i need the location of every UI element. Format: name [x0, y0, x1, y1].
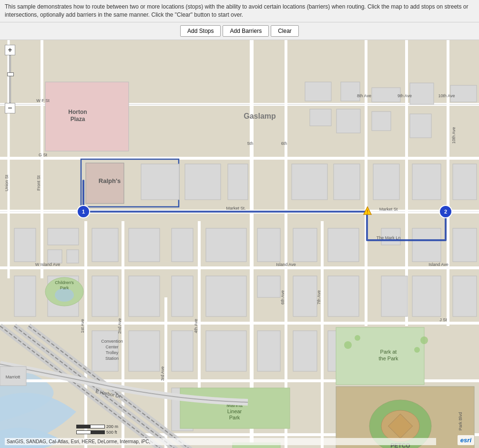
svg-text:Gaslamp: Gaslamp	[244, 112, 276, 120]
svg-text:Linear: Linear	[227, 408, 242, 414]
svg-text:9th Ave: 9th Ave	[397, 93, 412, 98]
svg-rect-47	[48, 250, 62, 263]
clear-button[interactable]: Clear	[271, 25, 299, 37]
svg-text:Park at: Park at	[380, 349, 397, 355]
svg-rect-48	[67, 250, 79, 263]
svg-text:Trolley: Trolley	[106, 350, 119, 355]
add-stops-button[interactable]: Add Stops	[180, 25, 221, 37]
svg-rect-55	[328, 228, 359, 262]
svg-text:1: 1	[82, 209, 85, 214]
svg-rect-35	[372, 112, 391, 131]
svg-rect-61	[92, 276, 118, 316]
svg-rect-54	[293, 228, 317, 262]
svg-rect-39	[228, 164, 248, 200]
svg-text:J St: J St	[439, 317, 447, 322]
svg-point-85	[344, 341, 352, 349]
svg-text:6th: 6th	[281, 141, 287, 146]
zoom-slider-thumb[interactable]	[7, 72, 14, 76]
svg-text:Children's: Children's	[55, 280, 74, 285]
svg-rect-58	[453, 228, 477, 262]
svg-rect-44	[453, 164, 477, 200]
svg-rect-40	[292, 164, 327, 200]
svg-rect-50	[129, 228, 160, 262]
svg-text:Front St: Front St	[36, 175, 41, 191]
svg-rect-28	[305, 82, 331, 101]
svg-text:Horton: Horton	[68, 109, 87, 115]
svg-text:10th Ave: 10th Ave	[438, 93, 455, 98]
svg-rect-79	[257, 331, 280, 371]
info-bar: This sample demonstrates how to route be…	[0, 0, 479, 22]
svg-text:the Park: the Park	[379, 356, 398, 361]
svg-rect-31	[336, 109, 360, 133]
svg-text:2: 2	[444, 209, 447, 214]
map-attribution: SanGIS, SANDAG, Cal-Atlas, Esri, HERE, D…	[5, 438, 436, 445]
zoom-in-button[interactable]: +	[5, 45, 15, 55]
svg-rect-32	[372, 88, 400, 102]
svg-rect-30	[310, 109, 331, 126]
info-text: This sample demonstrates how to route be…	[5, 3, 468, 18]
zoom-slider-track	[9, 55, 11, 103]
svg-rect-77	[172, 331, 193, 371]
zoom-out-button[interactable]: −	[5, 103, 15, 113]
svg-rect-68	[381, 276, 408, 316]
svg-text:W Island Ave: W Island Ave	[35, 262, 60, 267]
svg-rect-46	[48, 228, 79, 245]
svg-text:Plaza: Plaza	[71, 116, 85, 122]
toolbar: Add Stops Add Barriers Clear	[0, 22, 479, 40]
svg-text:Center: Center	[105, 345, 118, 349]
add-barriers-button[interactable]: Add Barriers	[223, 25, 269, 37]
svg-rect-52	[206, 228, 246, 262]
svg-rect-65	[257, 276, 280, 297]
svg-rect-80	[293, 331, 317, 371]
svg-rect-51	[172, 228, 193, 262]
svg-text:3rd Ave: 3rd Ave	[160, 366, 165, 380]
svg-rect-64	[206, 276, 246, 316]
svg-text:!: !	[367, 209, 368, 214]
svg-rect-38	[185, 164, 221, 200]
svg-rect-22	[45, 82, 129, 151]
svg-rect-57	[412, 228, 441, 262]
svg-rect-49	[92, 228, 118, 262]
svg-rect-67	[328, 276, 359, 316]
svg-text:5th: 5th	[247, 141, 254, 146]
svg-rect-36	[410, 114, 431, 138]
svg-rect-42	[373, 164, 399, 200]
svg-rect-41	[334, 164, 360, 200]
svg-rect-53	[257, 228, 280, 262]
svg-text:6th Ave: 6th Ave	[280, 290, 285, 305]
svg-text:Union St: Union St	[4, 174, 9, 191]
svg-text:Park: Park	[60, 285, 69, 290]
svg-rect-33	[410, 83, 434, 104]
svg-text:Marriott: Marriott	[6, 375, 20, 379]
map-container[interactable]: Horton Plaza Ralph's	[0, 40, 479, 448]
svg-rect-43	[412, 164, 441, 200]
svg-rect-76	[129, 331, 160, 371]
svg-text:W F St: W F St	[36, 98, 50, 103]
svg-text:4th Ave: 4th Ave	[194, 319, 198, 333]
svg-text:Station: Station	[105, 356, 119, 361]
svg-text:Island Ave: Island Ave	[276, 262, 296, 267]
svg-rect-70	[453, 276, 477, 316]
svg-point-88	[414, 347, 420, 353]
svg-text:1st Ave: 1st Ave	[80, 319, 85, 333]
scale-500ft-label: 500 ft	[106, 430, 117, 435]
svg-point-115	[55, 288, 74, 302]
scale-bar: 200 m 500 ft	[76, 424, 118, 435]
svg-text:Ralph's: Ralph's	[99, 177, 121, 184]
svg-text:8th Ave: 8th Ave	[357, 93, 371, 98]
svg-rect-59	[14, 276, 36, 316]
svg-rect-66	[293, 276, 317, 316]
svg-rect-62	[129, 276, 160, 316]
svg-rect-45	[14, 228, 36, 262]
svg-text:Convention: Convention	[101, 339, 123, 344]
svg-rect-69	[412, 276, 441, 316]
svg-text:10th Ave: 10th Ave	[451, 127, 456, 143]
svg-rect-29	[341, 82, 360, 101]
svg-text:7th Ave: 7th Ave	[316, 290, 321, 305]
esri-logo: esri	[458, 435, 474, 445]
svg-text:Market St: Market St	[379, 207, 398, 212]
svg-rect-63	[172, 276, 193, 316]
zoom-controls: + −	[5, 45, 15, 113]
svg-text:Park Blvd: Park Blvd	[458, 412, 463, 430]
svg-text:2nd Ave: 2nd Ave	[117, 318, 122, 333]
